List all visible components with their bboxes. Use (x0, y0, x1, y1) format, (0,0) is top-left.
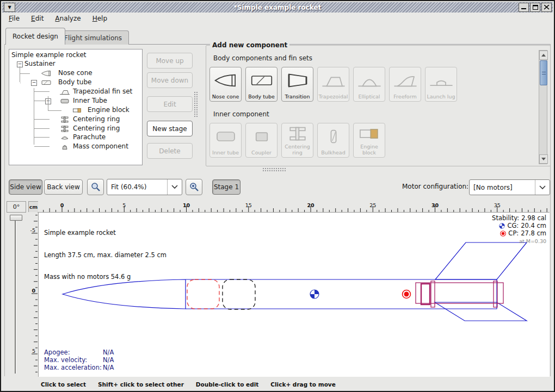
tree-item-trapezoidal-fin-set[interactable]: Trapezoidal fin set (73, 88, 132, 96)
stage-toggle-button[interactable]: Stage 1 (212, 179, 240, 195)
motor-configuration-select[interactable]: [No motors] (469, 179, 550, 195)
add-freeform-button[interactable]: Freeform (389, 67, 421, 102)
freeform-fin-icon (393, 67, 418, 94)
add-nose-cone-button[interactable]: Nose cone (209, 67, 242, 102)
add-elliptical-button[interactable]: Elliptical (353, 67, 385, 102)
menubar: FileEditAnalyzeHelp (2, 13, 553, 24)
component-tree[interactable]: Simple example rocket−SustainerNose cone… (9, 49, 143, 165)
delete-button[interactable]: Delete (147, 143, 193, 159)
cg-value: 20.4 cm (521, 222, 546, 229)
menu-edit[interactable]: Edit (29, 13, 48, 24)
back-view-button[interactable]: Back view (44, 179, 83, 195)
cg-marker[interactable] (310, 290, 319, 298)
svg-text:0: 0 (60, 202, 64, 208)
tree-expander-icon[interactable]: − (31, 80, 37, 86)
vertical-splitter-handle[interactable] (194, 91, 198, 117)
rocket-design-canvas[interactable]: Simple example rocket Length 37.5 cm, ma… (38, 212, 550, 377)
add-component-group: Add new component Body components and fi… (206, 45, 551, 166)
tree-item-engine-block[interactable]: Engine block (88, 106, 130, 115)
zoom-level-select[interactable]: Fit (60.4%) (107, 179, 182, 195)
tree-item-body-tube[interactable]: Body tube (58, 78, 91, 87)
add-bulkhead-button[interactable]: Bulkhead (317, 123, 349, 158)
svg-text:10: 10 (183, 202, 190, 208)
component-button-label: Inner tube (212, 150, 239, 155)
svg-text:5: 5 (32, 348, 35, 354)
titlebar[interactable]: ▼ *Simple example rocket (2, 2, 553, 13)
innertube-icon (213, 123, 238, 150)
edit-button[interactable]: Edit (147, 96, 193, 112)
coupler-icon (249, 123, 274, 150)
parachute-outline[interactable] (187, 279, 219, 309)
centeringring-icon (57, 116, 73, 123)
horizontal-splitter-handle[interactable] (262, 167, 286, 172)
flight-stat-value: N/A (103, 356, 114, 364)
tree-item-mass-component[interactable]: Mass component (73, 142, 128, 151)
rotation-slider-track[interactable] (15, 215, 16, 374)
close-button[interactable] (541, 3, 552, 12)
scroll-down-icon[interactable] (539, 154, 548, 164)
add-transition-button[interactable]: Transition (281, 67, 313, 102)
engine-block-outline[interactable] (421, 284, 430, 304)
fin-top-outline[interactable] (435, 242, 527, 279)
tree-root-item[interactable]: Simple example rocket (11, 51, 86, 60)
svg-text:35: 35 (494, 202, 501, 208)
body-tube-outline[interactable] (186, 279, 497, 309)
new-stage-button[interactable]: New stage (147, 121, 193, 136)
add-engine-block-button[interactable]: Engine block (353, 123, 385, 158)
cp-marker[interactable] (403, 290, 411, 298)
add-trapezoidal-button[interactable]: Trapezoidal (317, 67, 349, 102)
window-menu-icon[interactable]: ▼ (4, 3, 15, 12)
tree-item-parachute[interactable]: Parachute (73, 133, 106, 142)
component-panel-scrollbar[interactable] (539, 50, 547, 164)
tree-item-centering-ring[interactable]: Centering ring (73, 115, 120, 124)
add-body-tube-button[interactable]: Body tube (245, 67, 278, 102)
zoom-level-value: Fit (60.4%) (107, 183, 167, 191)
scrollbar-thumb[interactable] (540, 60, 547, 85)
add-inner-tube-button[interactable]: Inner tube (209, 123, 242, 158)
chevron-down-icon (167, 179, 182, 195)
mach-note: at M=0.30 (519, 238, 546, 244)
add-component-title: Add new component (210, 41, 289, 49)
add-centering-ring-button[interactable]: Centering ring (281, 123, 313, 158)
close-icon (544, 5, 550, 10)
add-coupler-button[interactable]: Coupler (245, 123, 278, 158)
scroll-up-icon[interactable] (539, 51, 548, 60)
menu-analyze[interactable]: Analyze (53, 13, 85, 24)
stability-label: Stability: (492, 214, 519, 222)
tree-guide-line (34, 128, 50, 129)
add-launch-lug-button[interactable]: Launch lug (425, 67, 457, 102)
tree-item-centering-ring[interactable]: Centering ring (73, 125, 120, 133)
inner-tube-outline[interactable] (416, 283, 503, 303)
menu-file[interactable]: File (7, 13, 24, 24)
move-up-button[interactable]: Move up (147, 53, 193, 69)
move-down-button[interactable]: Move down (147, 72, 193, 88)
flight-stat-label: Max. velocity: (44, 356, 103, 364)
mass-component-outline[interactable] (223, 279, 255, 309)
side-view-button[interactable]: Side view (9, 179, 42, 195)
rotation-slider-handle[interactable] (10, 215, 22, 221)
zoom-out-button[interactable] (87, 179, 104, 195)
component-button-label: Transition (285, 94, 310, 99)
flight-stat-value: N/A (103, 349, 114, 356)
tree-item-sustainer[interactable]: Sustainer (24, 60, 55, 69)
menu-help[interactable]: Help (90, 13, 112, 24)
tree-guide-line (34, 101, 45, 101)
maximize-button[interactable] (530, 3, 540, 12)
svg-text:20: 20 (307, 202, 314, 208)
zoom-in-button[interactable] (186, 179, 202, 195)
flight-stats: Apogee:N/AMax. velocity:N/AMax. accelera… (44, 349, 114, 371)
vertical-ruler: -505 (28, 212, 38, 376)
nosecone-icon (38, 70, 54, 77)
tree-item-inner-tube[interactable]: Inner Tube (73, 97, 107, 105)
tree-guide-line (34, 119, 50, 120)
tab-flight-simulations[interactable]: Flight simulations (57, 30, 129, 45)
tab-rocket-design[interactable]: Rocket design (5, 28, 65, 45)
bodytube-icon (38, 79, 54, 86)
fin-bottom-outline[interactable] (435, 302, 527, 321)
minimize-button[interactable] (519, 3, 529, 12)
component-button-label: Bulkhead (321, 150, 345, 155)
elliptical-fin-icon (357, 67, 382, 94)
window-title: *Simple example rocket (2, 4, 553, 11)
tree-item-nose-cone[interactable]: Nose cone (58, 69, 92, 78)
svg-text:15: 15 (245, 202, 252, 208)
